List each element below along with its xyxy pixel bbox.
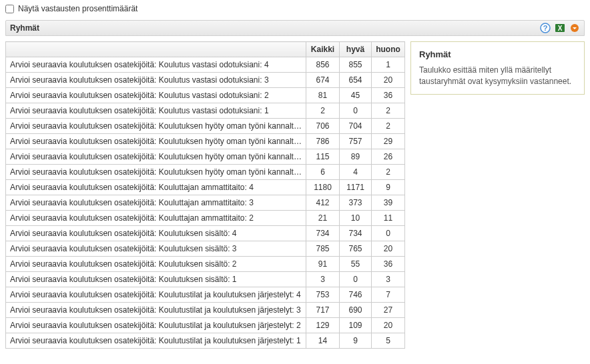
row-hyva: 746 <box>340 287 372 303</box>
row-kaikki: 734 <box>306 226 340 241</box>
row-label: Arvioi seuraavia koulutuksen osatekijöit… <box>6 257 306 272</box>
table-row: Arvioi seuraavia koulutuksen osatekijöit… <box>6 180 405 195</box>
row-kaikki: 2 <box>306 103 340 119</box>
row-label: Arvioi seuraavia koulutuksen osatekijöit… <box>6 88 306 103</box>
row-label: Arvioi seuraavia koulutuksen osatekijöit… <box>6 57 306 73</box>
row-huono: 36 <box>372 88 405 103</box>
row-hyva: 690 <box>340 303 372 318</box>
row-label: Arvioi seuraavia koulutuksen osatekijöit… <box>6 134 306 149</box>
results-table: Kaikki hyvä huono Arvioi seuraavia koulu… <box>5 41 405 349</box>
table-row: Arvioi seuraavia koulutuksen osatekijöit… <box>6 318 405 333</box>
col-header-kaikki[interactable]: Kaikki <box>306 42 340 57</box>
export-excel-icon[interactable]: X <box>555 23 565 33</box>
show-percentages-row: Näytä vastausten prosenttimäärät <box>5 3 585 15</box>
svg-text:?: ? <box>543 24 548 32</box>
row-label: Arvioi seuraavia koulutuksen osatekijöit… <box>6 180 306 195</box>
panel-header-icons: ? X <box>540 23 580 33</box>
row-kaikki: 674 <box>306 73 340 88</box>
row-label: Arvioi seuraavia koulutuksen osatekijöit… <box>6 195 306 211</box>
row-huono: 36 <box>372 257 405 272</box>
table-row: Arvioi seuraavia koulutuksen osatekijöit… <box>6 241 405 257</box>
row-huono: 11 <box>372 211 405 226</box>
row-label: Arvioi seuraavia koulutuksen osatekijöit… <box>6 318 306 333</box>
row-kaikki: 1180 <box>306 180 340 195</box>
row-kaikki: 6 <box>306 165 340 180</box>
row-huono: 9 <box>372 180 405 195</box>
show-percentages-checkbox[interactable] <box>5 5 14 13</box>
row-huono: 20 <box>372 318 405 333</box>
row-hyva: 704 <box>340 119 372 134</box>
row-huono: 27 <box>372 303 405 318</box>
table-row: Arvioi seuraavia koulutuksen osatekijöit… <box>6 73 405 88</box>
row-label: Arvioi seuraavia koulutuksen osatekijöit… <box>6 226 306 241</box>
col-header-huono[interactable]: huono <box>372 42 405 57</box>
col-header-hyva[interactable]: hyvä <box>340 42 372 57</box>
row-kaikki: 412 <box>306 195 340 211</box>
row-huono: 2 <box>372 103 405 119</box>
row-kaikki: 753 <box>306 287 340 303</box>
table-row: Arvioi seuraavia koulutuksen osatekijöit… <box>6 57 405 73</box>
panel-title: Ryhmät <box>10 23 39 33</box>
row-huono: 2 <box>372 165 405 180</box>
row-kaikki: 14 <box>306 333 340 349</box>
row-huono: 7 <box>372 287 405 303</box>
table-row: Arvioi seuraavia koulutuksen osatekijöit… <box>6 303 405 318</box>
row-huono: 0 <box>372 226 405 241</box>
row-kaikki: 91 <box>306 257 340 272</box>
row-kaikki: 856 <box>306 57 340 73</box>
row-kaikki: 129 <box>306 318 340 333</box>
col-header-label[interactable] <box>6 42 306 57</box>
help-icon[interactable]: ? <box>540 23 551 33</box>
row-hyva: 734 <box>340 226 372 241</box>
tooltip-title: Ryhmät <box>419 49 576 61</box>
table-row: Arvioi seuraavia koulutuksen osatekijöit… <box>6 287 405 303</box>
table-row: Arvioi seuraavia koulutuksen osatekijöit… <box>6 211 405 226</box>
table-row: Arvioi seuraavia koulutuksen osatekijöit… <box>6 134 405 149</box>
row-hyva: 0 <box>340 103 372 119</box>
row-hyva: 757 <box>340 134 372 149</box>
row-hyva: 45 <box>340 88 372 103</box>
row-kaikki: 81 <box>306 88 340 103</box>
row-huono: 3 <box>372 272 405 287</box>
row-label: Arvioi seuraavia koulutuksen osatekijöit… <box>6 165 306 180</box>
content-area: Kaikki hyvä huono Arvioi seuraavia koulu… <box>5 41 585 349</box>
row-label: Arvioi seuraavia koulutuksen osatekijöit… <box>6 211 306 226</box>
row-label: Arvioi seuraavia koulutuksen osatekijöit… <box>6 103 306 119</box>
tooltip-body: Taulukko esittää miten yllä määritellyt … <box>419 65 576 87</box>
table-row: Arvioi seuraavia koulutuksen osatekijöit… <box>6 195 405 211</box>
table-row: Arvioi seuraavia koulutuksen osatekijöit… <box>6 272 405 287</box>
help-tooltip: Ryhmät Taulukko esittää miten yllä määri… <box>410 41 585 95</box>
row-label: Arvioi seuraavia koulutuksen osatekijöit… <box>6 119 306 134</box>
row-huono: 39 <box>372 195 405 211</box>
row-label: Arvioi seuraavia koulutuksen osatekijöit… <box>6 73 306 88</box>
row-label: Arvioi seuraavia koulutuksen osatekijöit… <box>6 333 306 349</box>
row-label: Arvioi seuraavia koulutuksen osatekijöit… <box>6 241 306 257</box>
collapse-icon[interactable] <box>569 23 580 33</box>
row-kaikki: 717 <box>306 303 340 318</box>
row-hyva: 55 <box>340 257 372 272</box>
table-row: Arvioi seuraavia koulutuksen osatekijöit… <box>6 226 405 241</box>
row-hyva: 0 <box>340 272 372 287</box>
row-hyva: 765 <box>340 241 372 257</box>
row-label: Arvioi seuraavia koulutuksen osatekijöit… <box>6 149 306 165</box>
table-row: Arvioi seuraavia koulutuksen osatekijöit… <box>6 119 405 134</box>
row-hyva: 373 <box>340 195 372 211</box>
row-hyva: 4 <box>340 165 372 180</box>
row-huono: 5 <box>372 333 405 349</box>
row-huono: 20 <box>372 241 405 257</box>
panel-header: Ryhmät ? X <box>5 20 585 36</box>
row-hyva: 109 <box>340 318 372 333</box>
row-kaikki: 115 <box>306 149 340 165</box>
row-huono: 26 <box>372 149 405 165</box>
row-kaikki: 3 <box>306 272 340 287</box>
row-huono: 1 <box>372 57 405 73</box>
table-row: Arvioi seuraavia koulutuksen osatekijöit… <box>6 103 405 119</box>
table-row: Arvioi seuraavia koulutuksen osatekijöit… <box>6 149 405 165</box>
row-hyva: 654 <box>340 73 372 88</box>
table-header-row: Kaikki hyvä huono <box>6 42 405 57</box>
row-label: Arvioi seuraavia koulutuksen osatekijöit… <box>6 272 306 287</box>
row-label: Arvioi seuraavia koulutuksen osatekijöit… <box>6 287 306 303</box>
table-row: Arvioi seuraavia koulutuksen osatekijöit… <box>6 88 405 103</box>
table-row: Arvioi seuraavia koulutuksen osatekijöit… <box>6 257 405 272</box>
svg-text:X: X <box>558 25 563 32</box>
